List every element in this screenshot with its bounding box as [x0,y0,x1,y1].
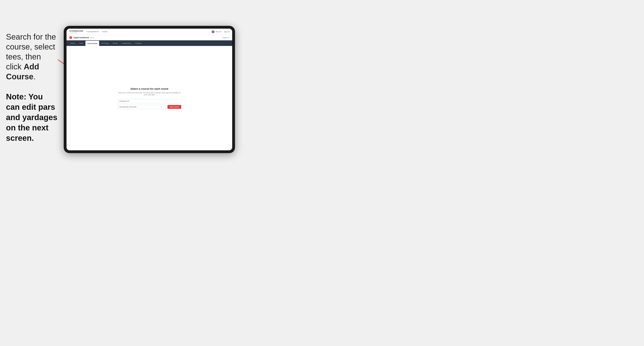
tournament-title: C Clippd Invitational (Men) [69,36,94,39]
tournaments-nav-link[interactable]: TOURNAMENTS [86,31,99,33]
cancel-button[interactable]: Cancel ✕ [222,37,230,39]
tab-leaderboards[interactable]: Leaderboards [120,40,133,46]
tab-printables[interactable]: Printables [133,40,144,46]
pipe-separator: | [223,31,223,32]
tablet-frame: SCOREBOARD Powered by clippd TOURNAMENTS… [64,26,235,153]
tab-tee-groups[interactable]: Tee Groups [99,40,111,46]
tab-course-setup[interactable]: Course Setup [86,41,99,46]
sign-out-link[interactable]: Sign out [224,31,230,32]
tab-details[interactable]: Details [68,40,77,46]
tee-select-controls: ✕ ⌄ [161,106,164,108]
cancel-icon: ✕ [228,37,230,39]
user-name: Test User [216,31,222,32]
tab-bar: Details Teams Course Setup Tee Groups Re… [66,40,232,46]
logo-sub: Powered by clippd [69,32,83,33]
top-nav-right: T Test User | Sign out [212,30,230,33]
top-nav: SCOREBOARD Powered by clippd TOURNAMENTS… [66,29,232,35]
tee-clear-icon[interactable]: ✕ [161,106,162,108]
teams-nav-link[interactable]: TEAMS [102,31,107,33]
nav-links: TOURNAMENTS TEAMS [86,31,108,33]
search-instruction: Search for the course, select tees, then… [6,32,58,82]
tournament-name: Clippd Invitational [73,37,89,39]
add-course-button[interactable]: Add Course [168,105,181,109]
logo-area: SCOREBOARD Powered by clippd [69,30,83,33]
main-content: Select a course for each round Search fo… [66,46,232,150]
course-search-input[interactable] [118,99,181,103]
tournament-icon: C [69,36,72,39]
tournament-gender: (Men) [90,37,94,39]
tab-teams[interactable]: Teams [77,40,86,46]
tablet-screen: SCOREBOARD Powered by clippd TOURNAMENTS… [66,29,232,150]
tee-chevron-icon[interactable]: ⌄ [163,106,164,108]
user-avatar: T [212,30,214,33]
instruction-panel: Search for the course, select tees, then… [6,32,58,143]
note-text: Note: You can edit pars and yardages on … [6,91,58,143]
course-form-description: Search for a course and select a tee. Yo… [118,92,181,96]
top-nav-left: SCOREBOARD Powered by clippd TOURNAMENTS… [69,30,108,33]
tournament-icon-letter: C [70,37,71,38]
tee-select-row: Gold (M) (M) (7010 yds) ✕ ⌄ Add Course [118,105,181,109]
cancel-label: Cancel [222,37,228,39]
tab-results[interactable]: Results [111,40,120,46]
tee-select[interactable]: Gold (M) (M) (7010 yds) ✕ ⌄ [118,105,166,109]
course-form: Select a course for each round Search fo… [118,87,181,109]
add-course-bold: Add Course [6,62,39,81]
tournament-header: C Clippd Invitational (Men) Cancel ✕ [66,35,232,40]
course-form-title: Select a course for each round [118,87,181,90]
tee-select-value: Gold (M) (M) (7010 yds) [119,106,136,108]
logo-text: SCOREBOARD [69,30,83,32]
